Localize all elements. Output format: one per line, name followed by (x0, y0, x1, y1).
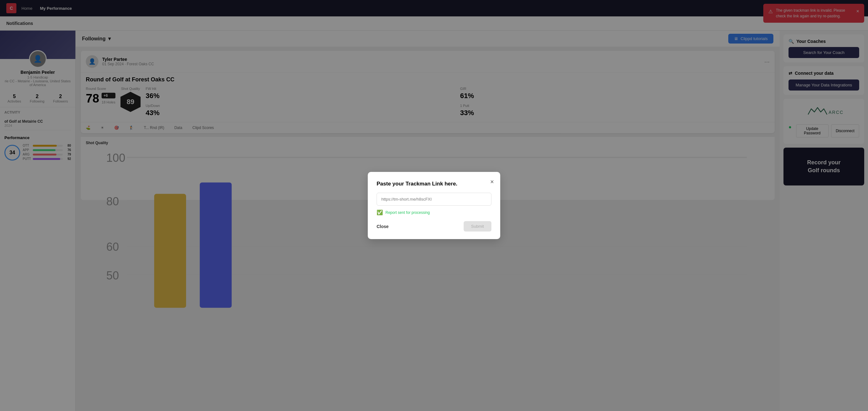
modal-overlay[interactable]: Paste your Trackman Link here. × ✅ Repor… (0, 0, 868, 411)
modal-title: Paste your Trackman Link here. (377, 181, 491, 187)
trackman-link-input[interactable] (377, 193, 491, 205)
trackman-modal: Paste your Trackman Link here. × ✅ Repor… (368, 172, 500, 239)
modal-close-button[interactable]: Close (377, 224, 389, 229)
modal-close-x-button[interactable]: × (490, 178, 494, 186)
modal-submit-button[interactable]: Submit (464, 221, 491, 231)
check-icon: ✅ (377, 210, 383, 215)
modal-success-message: ✅ Report sent for processing (377, 210, 491, 215)
modal-footer: Close Submit (377, 221, 491, 231)
